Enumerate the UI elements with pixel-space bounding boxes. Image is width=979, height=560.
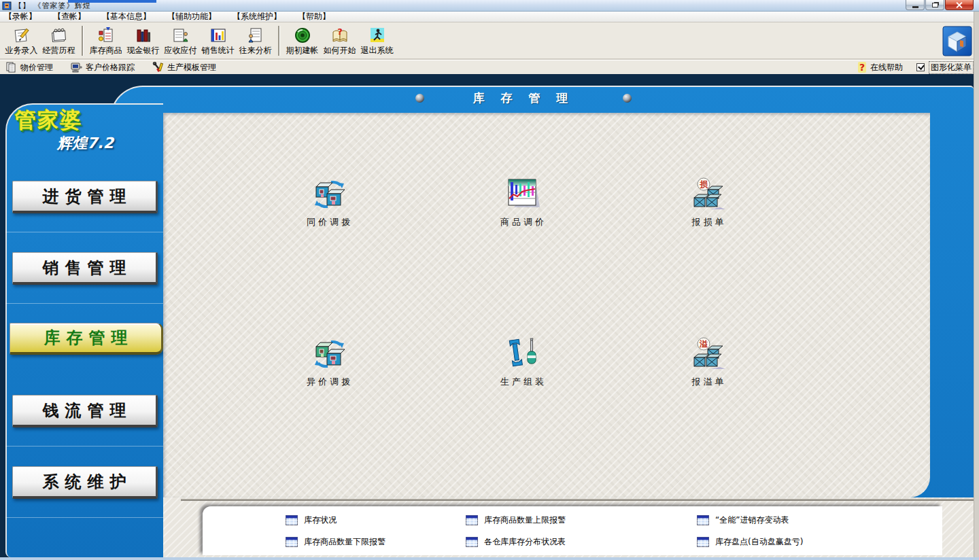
overflow-boxes-icon: 溢 [690,337,728,371]
app-window: 【】 《管家婆》辉煌 【录帐】 【查帐】 【基本信息】 【辅助功能】 【系统维护… [0,0,979,560]
report-panel: 库存状况 库存商品数量上限报警 “全能”进销 [203,506,942,555]
svg-text:溢: 溢 [699,339,708,349]
icon-damage-report[interactable]: 损 报损单 [662,177,757,228]
report-warehouse-distribution[interactable]: 各仓库库存分布状况表 [466,531,697,553]
report-upper-limit-alert[interactable]: 库存商品数量上限报警 [466,509,697,531]
toolbar-transaction-analysis[interactable]: 往来分析 [237,24,274,58]
minimize-icon [912,6,918,8]
menu-system-maintain[interactable]: 【系统维护】 [233,11,281,22]
report-omnipotent-change-table[interactable]: “全能”进销存变动表 [697,509,942,531]
table-icon [286,537,298,547]
toolbar-exit-system[interactable]: 退出系统 [358,24,396,58]
question-book-icon: ? [331,27,349,44]
title-bar: 【】 《管家婆》辉煌 [0,0,979,12]
subtoolbar-production-template[interactable]: 生产模板管理 [152,62,216,73]
close-button[interactable] [945,0,974,10]
menu-aux-functions[interactable]: 【辅助功能】 [167,11,216,22]
brand-version: 辉煌7.2 [57,133,151,154]
sidebar-item-cashflow[interactable]: 钱流管理 [12,395,158,427]
sidebar-item-sales[interactable]: 销售管理 [12,252,158,285]
page-title: 库 存 管 理 [473,90,574,106]
notebook-icon [50,27,68,44]
horizontal-divider [181,499,974,501]
graphic-menu-checkbox[interactable] [916,63,925,71]
table-icon [286,515,298,525]
table-icon [697,515,709,525]
warehouse-transfer-green-icon [311,337,349,371]
icon-overflow-report[interactable]: 溢 报溢单 [662,337,757,388]
sidebar-divider [5,232,163,232]
exit-runner-icon [368,27,386,44]
icon-diff-price-transfer[interactable]: 异价调拨 [282,337,377,388]
titlebar-accent [68,0,156,3]
graphic-menu-label[interactable]: 图形化菜单 [929,61,974,74]
page-title-row: 库 存 管 理 [140,89,907,107]
goods-page-icon [97,27,115,44]
window-right-border [974,12,979,560]
menu-bar: 【录帐】 【查帐】 【基本信息】 【辅助功能】 【系统维护】 【帮助】 [0,12,979,22]
menu-query[interactable]: 【查帐】 [53,11,86,22]
svg-text:损: 损 [699,179,708,189]
icon-goods-price-adjust[interactable]: 商品调价 [476,177,571,228]
toolbar-initial-setup[interactable]: 期初建帐 [284,24,321,58]
table-icon [466,537,478,547]
sidebar-divider [5,303,163,304]
sidebar-item-inventory[interactable]: 库存管理 [10,323,163,355]
content-paper-area [163,113,930,497]
brand-logo: 管家婆 辉煌7.2 [15,106,151,154]
report-inventory-status[interactable]: 库存状况 [286,509,466,531]
toolbar-separator [278,26,279,56]
sub-toolbar: 物价管理 客户价格跟踪 生产模板管理 ? 在线帮助 [0,60,979,74]
svg-text:?: ? [337,27,343,37]
documents-icon [5,62,17,73]
report-lower-limit-alert[interactable]: 库存商品数量下限报警 [286,531,466,553]
sphere-icon [415,94,424,103]
main-area: 管家婆 辉煌7.2 进货管理 销售管理 库存管理 钱流管理 系统维护 库 存 管… [0,74,979,560]
page-person-icon [172,27,190,44]
subtoolbar-price-management[interactable]: 物价管理 [5,62,53,73]
icon-production-assembly[interactable]: 生产组装 [476,337,571,388]
bar-chart-icon [209,27,227,44]
sidebar-item-system[interactable]: 系统维护 [12,466,158,499]
monitor-icon [71,62,82,73]
close-icon [956,1,963,8]
sphere-icon [623,94,632,103]
price-chart-icon [504,177,543,211]
toolbar-business-history[interactable]: 经营历程 [40,24,78,58]
pencil-paper-icon [13,27,31,44]
lower-strip: 库存状况 库存商品数量上限报警 “全能”进销 [163,497,974,557]
menu-record[interactable]: 【录帐】 [4,11,37,22]
minimize-button[interactable] [906,0,925,10]
warehouse-transfer-icon [311,177,349,211]
tools-icon [152,62,164,73]
subtoolbar-customer-price-tracking[interactable]: 客户价格跟踪 [71,62,135,73]
target-icon [294,27,311,44]
app-icon [2,1,12,10]
menu-basic-info[interactable]: 【基本信息】 [102,11,151,22]
brand-cube-icon [942,25,972,56]
toolbar: 业务录入 经营历程 库存商品 [0,22,979,59]
online-help-link[interactable]: 在线帮助 [870,62,903,73]
page-figure-icon [247,27,264,44]
wrench-screwdriver-icon [504,337,543,371]
toolbar-inventory-goods[interactable]: 库存商品 [87,24,124,58]
sidebar-divider [5,517,163,518]
menu-help[interactable]: 【帮助】 [298,11,330,22]
brand-name: 管家婆 [15,106,151,135]
sidebar-item-purchase[interactable]: 进货管理 [12,181,158,213]
toolbar-how-to-start[interactable]: ? 如何开始 [321,24,358,58]
sidebar-divider [5,446,163,447]
toolbar-business-entry[interactable]: 业务录入 [3,24,40,58]
restore-button[interactable] [925,0,944,10]
window-bottom-border [0,557,979,560]
icon-same-price-transfer[interactable]: 同价调拨 [282,177,377,228]
report-stocktaking[interactable]: 库存盘点(自动盘赢盘亏) [697,531,942,553]
damage-boxes-icon: 损 [690,177,728,211]
toolbar-separator [82,26,83,56]
help-question-icon: ? [858,62,866,73]
toolbar-cash-bank[interactable]: 现金银行 [124,24,162,58]
toolbar-receivable-payable[interactable]: 应收应付 [162,24,199,58]
table-icon [466,515,478,525]
toolbar-sales-stats[interactable]: 销售统计 [199,24,237,58]
table-icon [697,537,709,547]
